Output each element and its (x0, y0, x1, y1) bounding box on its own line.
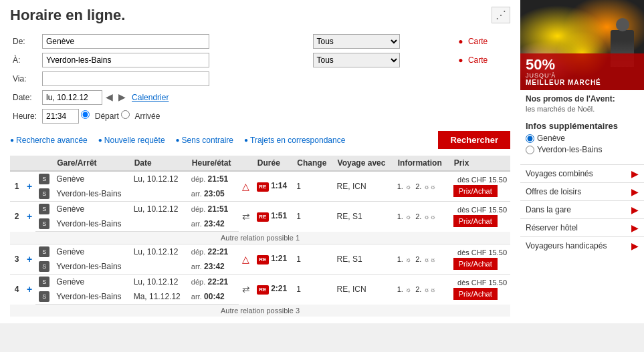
from-icon-1: S (35, 202, 53, 217)
to-date-1 (130, 216, 188, 232)
to-time-3: arr. 00:42 (188, 289, 239, 305)
carte-link-1[interactable]: Carte (468, 37, 488, 46)
date-next-button[interactable]: ▶ (117, 92, 127, 102)
info-0: 1. ☼ 2. ☼☼ (394, 171, 450, 202)
to-time-1: arr. 23:42 (188, 216, 239, 232)
sidebar-link-arrow-3: ▶ (631, 222, 639, 233)
prix-achat-button-3[interactable]: Prix/Achat (453, 288, 498, 300)
sidebar-link-0[interactable]: Voyages combinés▶ (520, 164, 644, 182)
trajets-correspondance-link[interactable]: Trajets en correspondance (244, 136, 345, 145)
duration-1: RE 1:51 (253, 202, 294, 232)
sidebar-link-4[interactable]: Voyageurs handicapés▶ (520, 236, 644, 254)
depart-label[interactable]: Départ (95, 112, 119, 121)
sens-contraire-link[interactable]: Sens contraire (176, 136, 233, 145)
prix-achat-button-2[interactable]: Prix/Achat (453, 258, 498, 270)
to-date-2 (130, 259, 188, 275)
sidebar-link-label-1: Offres de loisirs (526, 187, 581, 196)
voyage-3: RE, ICN (334, 275, 394, 305)
price-cell-1: dès CHF 15.50 Prix/Achat (450, 202, 510, 232)
ad-percent: 50% (526, 57, 639, 72)
page-title: Horaire en ligne. (10, 7, 125, 24)
to-icon-0: S (35, 186, 53, 202)
sidebar-link-arrow-2: ▶ (631, 204, 639, 215)
transfer-icon: ⇄ (242, 211, 250, 222)
add-route-button-0[interactable]: + (27, 182, 32, 191)
to-station-2: Yverdon-les-Bains (53, 259, 130, 275)
rechercher-button[interactable]: Rechercher (438, 131, 510, 149)
arrivee-label[interactable]: Arrivée (134, 112, 160, 121)
sidebar-link-label-3: Réserver hôtel (526, 223, 578, 232)
de-input[interactable] (42, 34, 209, 49)
price-text-1: dès CHF 15.50 (457, 206, 507, 214)
from-icon-2: S (35, 244, 53, 260)
via-input[interactable] (42, 71, 209, 86)
radio-yverdon-container[interactable]: Yverdon-les-Bains (526, 145, 639, 154)
tous-select-1[interactable]: Tous (313, 34, 400, 49)
price-text-3: dès CHF 15.50 (457, 279, 507, 287)
calendrier-button[interactable]: Calendrier (132, 93, 169, 102)
from-time-2: dép. 22:21 (188, 244, 239, 260)
carte-link-2[interactable]: Carte (468, 55, 488, 65)
sidebar-link-arrow-1: ▶ (631, 186, 639, 197)
add-route-button-3[interactable]: + (27, 285, 32, 294)
date-input[interactable] (42, 90, 102, 105)
sidebar-link-arrow-0: ▶ (631, 168, 639, 179)
add-route-button-2[interactable]: + (27, 254, 32, 264)
from-station-1: Genève (53, 202, 130, 217)
warn-icon: △ (242, 254, 249, 265)
voyage-1: RE, S1 (334, 202, 394, 232)
warn-cell-2: △ (239, 244, 253, 275)
share-button[interactable]: ⋰ (492, 7, 510, 23)
price-text-0: dès CHF 15.50 (457, 176, 507, 184)
table-row: 2 + S Genève Lu, 10.12.12 dép. 21:51 ⇄ R… (10, 202, 510, 217)
col-prix: Prix (450, 156, 510, 171)
carte-radio-2[interactable]: ● (458, 55, 463, 65)
nouvelle-requete-link[interactable]: Nouvelle requête (98, 136, 165, 145)
col-voyage: Voyage avec (334, 156, 394, 171)
carte-radio-1[interactable]: ● (458, 37, 463, 46)
train-icon: RE (257, 182, 269, 192)
sidebar-link-label-0: Voyages combinés (526, 169, 593, 178)
depart-radio[interactable] (81, 110, 90, 119)
radio-geneve-container[interactable]: Genève (526, 134, 639, 143)
promo-text: les marchés de Noël. (526, 105, 639, 113)
change-2: 1 (293, 244, 333, 275)
date-prev-button[interactable]: ◀ (104, 92, 114, 102)
col-icon (35, 156, 53, 171)
recherche-avancee-link[interactable]: Recherche avancée (10, 136, 88, 145)
a-input[interactable] (42, 53, 209, 67)
add-route-button-1[interactable]: + (27, 212, 32, 221)
col-add (23, 156, 35, 171)
sidebar-link-3[interactable]: Réserver hôtel▶ (520, 218, 644, 236)
col-gare: Gare/Arrêt (53, 156, 130, 171)
table-row: 3 + S Genève Lu, 10.12.12 dép. 22:21 △ R… (10, 244, 510, 260)
tous-select-2[interactable]: Tous (313, 53, 400, 67)
to-icon-1: S (35, 216, 53, 232)
change-0: 1 (293, 171, 333, 202)
heure-input[interactable] (42, 109, 79, 124)
from-station-3: Genève (53, 275, 130, 290)
sidebar-ad[interactable]: 50% JUSQU'À MEILLEUR MARCHÉ (520, 0, 644, 90)
from-time-1: dép. 21:51 (188, 202, 239, 217)
to-station-3: Yverdon-les-Bains (53, 289, 130, 305)
radio-geneve-label: Genève (537, 134, 565, 143)
info-2: 1. ☼ 2. ☼☼ (394, 244, 450, 275)
de-label: De: (13, 37, 25, 46)
radio-geneve[interactable] (526, 134, 534, 143)
sidebar-link-2[interactable]: Dans la gare▶ (520, 200, 644, 218)
to-time-0: arr. 23:05 (188, 186, 239, 202)
arrivee-radio[interactable] (121, 110, 130, 119)
sidebar-link-1[interactable]: Offres de loisirs▶ (520, 182, 644, 200)
other-relation-1: Autre relation possible 1 (10, 232, 510, 244)
prix-achat-button-1[interactable]: Prix/Achat (453, 215, 498, 227)
radio-yverdon[interactable] (526, 146, 534, 154)
from-date-1: Lu, 10.12.12 (130, 202, 188, 217)
table-row: 1 + S Genève Lu, 10.12.12 dép. 21:51 △ R… (10, 171, 510, 186)
via-label: Via: (13, 74, 26, 83)
prix-achat-button-0[interactable]: Prix/Achat (453, 185, 498, 197)
duration-2: RE 1:21 (253, 244, 294, 275)
warn-cell-1: ⇄ (239, 202, 253, 232)
col-change: Change (293, 156, 333, 171)
price-text-2: dès CHF 15.50 (457, 248, 507, 256)
transfer-icon: ⇄ (242, 284, 250, 295)
